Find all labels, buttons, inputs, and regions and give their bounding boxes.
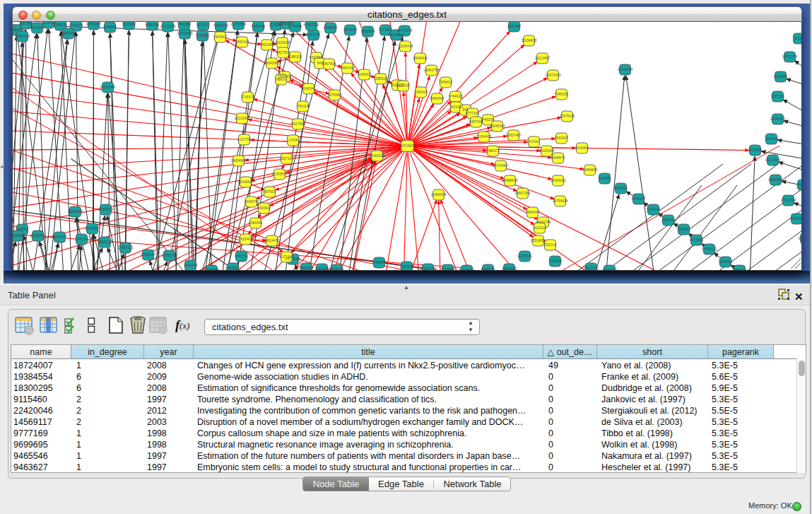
svg-text:1146569: 1146569 — [103, 25, 117, 29]
svg-text:5311336: 5311336 — [315, 267, 329, 270]
svg-text:33742078: 33742078 — [396, 28, 412, 33]
svg-text:20206516: 20206516 — [67, 209, 83, 214]
svg-text:6794028: 6794028 — [449, 94, 463, 98]
svg-text:10807487: 10807487 — [505, 133, 521, 137]
svg-text:1549576: 1549576 — [551, 156, 565, 160]
svg-text:10719155: 10719155 — [160, 24, 175, 28]
svg-text:12156829: 12156829 — [30, 233, 45, 238]
svg-text:780314: 780314 — [297, 104, 309, 108]
svg-text:3267130: 3267130 — [280, 156, 294, 160]
svg-text:16648784: 16648784 — [617, 67, 632, 71]
svg-text:7463627: 7463627 — [555, 136, 569, 140]
svg-text:1167531: 1167531 — [790, 216, 802, 221]
svg-text:19166825: 19166825 — [237, 180, 253, 184]
svg-text:12213967: 12213967 — [534, 56, 550, 60]
svg-text:5375685: 5375685 — [328, 93, 342, 97]
svg-text:164095: 164095 — [599, 176, 611, 180]
svg-text:76643772: 76643772 — [601, 268, 617, 270]
svg-text:18245344: 18245344 — [489, 124, 505, 128]
svg-text:1615112: 1615112 — [533, 226, 546, 230]
svg-text:252214: 252214 — [544, 243, 556, 247]
svg-text:02345888: 02345888 — [204, 268, 219, 270]
svg-text:14136141: 14136141 — [517, 254, 532, 258]
svg-text:16713155: 16713155 — [177, 31, 192, 35]
svg-text:891295: 891295 — [261, 42, 273, 47]
svg-text:1010755: 1010755 — [237, 137, 252, 141]
svg-text:3215955: 3215955 — [748, 148, 763, 152]
svg-text:7663822: 7663822 — [213, 35, 228, 39]
svg-text:10654122: 10654122 — [701, 247, 717, 251]
svg-text:1785025: 1785025 — [54, 23, 68, 27]
svg-text:13654923: 13654923 — [550, 178, 565, 182]
svg-text:62160: 62160 — [529, 139, 539, 144]
svg-text:16782759: 16782759 — [161, 253, 177, 257]
svg-text:8813014: 8813014 — [361, 29, 375, 33]
svg-text:1145194: 1145194 — [75, 237, 88, 241]
svg-text:9146821: 9146821 — [358, 72, 372, 76]
svg-text:2687682: 2687682 — [507, 24, 522, 28]
svg-text:8938921: 8938921 — [614, 186, 628, 190]
svg-text:8990448: 8990448 — [430, 96, 445, 100]
svg-text:18807269: 18807269 — [514, 191, 530, 195]
svg-text:16961758: 16961758 — [423, 68, 439, 72]
svg-text:25300255: 25300255 — [369, 153, 384, 158]
svg-text:26316627: 26316627 — [225, 266, 240, 270]
svg-text:8186323: 8186323 — [288, 54, 302, 59]
svg-text:1244415: 1244415 — [765, 136, 779, 141]
svg-text:20553346: 20553346 — [100, 85, 115, 89]
svg-text:87597510: 87597510 — [303, 23, 319, 27]
svg-text:587833: 587833 — [264, 189, 276, 194]
svg-text:935061: 935061 — [16, 227, 28, 231]
svg-text:14055724: 14055724 — [13, 28, 25, 32]
svg-text:8471626: 8471626 — [690, 238, 704, 242]
svg-text:9457791: 9457791 — [235, 254, 249, 258]
svg-text:8427552: 8427552 — [291, 122, 305, 126]
svg-text:15720407: 15720407 — [493, 163, 508, 168]
svg-text:8660124: 8660124 — [235, 40, 249, 44]
svg-text:9474444: 9474444 — [647, 207, 661, 211]
svg-text:25773564: 25773564 — [230, 22, 246, 26]
svg-text:1716079: 1716079 — [69, 23, 83, 28]
svg-text:746206: 746206 — [482, 117, 494, 122]
svg-text:6785136: 6785136 — [733, 268, 747, 270]
svg-text:12093873: 12093873 — [770, 117, 785, 121]
svg-text:1774366: 1774366 — [288, 24, 302, 28]
svg-text:04200323: 04200323 — [798, 236, 802, 240]
svg-text:16154838: 16154838 — [521, 38, 536, 42]
svg-text:13226058: 13226058 — [274, 40, 290, 45]
svg-text:19756928: 19756928 — [552, 199, 567, 203]
svg-text:2718170: 2718170 — [241, 95, 255, 99]
svg-text:8454749: 8454749 — [341, 66, 355, 70]
svg-text:7357274: 7357274 — [307, 33, 321, 37]
svg-text:74054293: 74054293 — [213, 23, 228, 28]
svg-text:9115460: 9115460 — [575, 146, 589, 150]
svg-text:19975887: 19975887 — [84, 226, 100, 230]
svg-text:19654985: 19654985 — [230, 158, 246, 163]
svg-text:0758647: 0758647 — [372, 260, 387, 264]
svg-text:6487503: 6487503 — [469, 119, 483, 124]
svg-text:3068985: 3068985 — [300, 266, 314, 270]
svg-text:9227341: 9227341 — [771, 94, 785, 98]
svg-text:4854058: 4854058 — [330, 267, 344, 270]
svg-text:8322037: 8322037 — [396, 83, 411, 88]
svg-text:1362615: 1362615 — [414, 90, 428, 94]
svg-text:16543362: 16543362 — [264, 61, 279, 65]
svg-text:893481: 893481 — [797, 182, 802, 187]
svg-text:1292344: 1292344 — [184, 263, 198, 267]
svg-text:7515520: 7515520 — [196, 33, 210, 37]
svg-text:19218506: 19218506 — [388, 33, 404, 37]
svg-text:21364436: 21364436 — [476, 134, 491, 139]
svg-text:9669091: 9669091 — [61, 31, 76, 35]
svg-text:10973493: 10973493 — [545, 73, 560, 77]
svg-text:6336395: 6336395 — [252, 24, 266, 28]
svg-text:11325419: 11325419 — [398, 44, 413, 48]
svg-text:2935114: 2935114 — [661, 218, 675, 222]
svg-text:9007540: 9007540 — [30, 25, 45, 30]
svg-text:7684047: 7684047 — [526, 210, 540, 214]
svg-text:1733426: 1733426 — [548, 259, 563, 263]
svg-text:9245612: 9245612 — [719, 259, 733, 264]
svg-text:13788482: 13788482 — [440, 267, 455, 270]
svg-text:1371648: 1371648 — [280, 255, 294, 259]
svg-text:2967608: 2967608 — [322, 62, 336, 66]
svg-text:391549: 391549 — [13, 233, 23, 238]
